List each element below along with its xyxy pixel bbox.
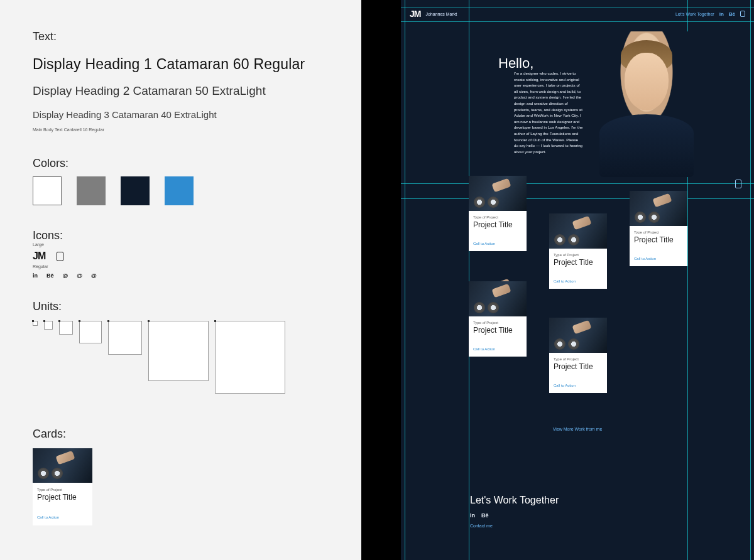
project-cta[interactable]: Call to Action bbox=[473, 242, 522, 245]
project-image bbox=[549, 318, 607, 353]
nav-behance-icon[interactable]: Bē bbox=[729, 11, 735, 17]
colors-section-label: Colors: bbox=[33, 157, 329, 170]
hero-bio: I'm a designer who codes. I strive to cr… bbox=[514, 70, 583, 155]
cards-section-label: Cards: bbox=[33, 428, 329, 441]
heading-2-spec: Display Heading 2 Catamaran 50 ExtraLigh… bbox=[33, 84, 329, 98]
project-card[interactable]: Type of Project Project Title Call to Ac… bbox=[469, 176, 527, 251]
project-title: Project Title bbox=[473, 326, 522, 335]
at-icon-1: @ bbox=[63, 272, 68, 279]
swatch-navy bbox=[121, 176, 150, 205]
card-sample-cta[interactable]: Call to Action bbox=[37, 515, 88, 519]
footer: Let's Work Together in Bē Contact me bbox=[470, 495, 559, 528]
project-cta[interactable]: Call to Action bbox=[554, 279, 603, 283]
card-sample-type: Type of Project bbox=[37, 488, 88, 492]
card-sample-image bbox=[33, 448, 92, 483]
project-title: Project Title bbox=[554, 362, 603, 371]
project-type: Type of Project bbox=[554, 357, 603, 361]
project-type: Type of Project bbox=[473, 321, 522, 325]
swatch-gray bbox=[77, 176, 106, 205]
unit-1 bbox=[33, 321, 38, 326]
project-cta[interactable]: Call to Action bbox=[473, 347, 522, 351]
guide-horizontal bbox=[401, 21, 754, 22]
unit-6 bbox=[148, 321, 209, 381]
at-icon-3: @ bbox=[91, 272, 97, 279]
icons-section-label: Icons: bbox=[33, 229, 329, 242]
units-row bbox=[33, 321, 329, 394]
color-swatches bbox=[33, 176, 329, 205]
icons-regular-label: Regular bbox=[33, 264, 329, 269]
project-card[interactable]: Type of Project Project Title Call to Ac… bbox=[549, 318, 607, 393]
footer-heading: Let's Work Together bbox=[470, 495, 559, 506]
project-cta[interactable]: Call to Action bbox=[634, 257, 683, 261]
linkedin-icon: in bbox=[33, 272, 38, 279]
card-sample-title: Project Title bbox=[37, 493, 88, 502]
styleguide-artboard: Text: Display Heading 1 Catamaran 60 Reg… bbox=[0, 0, 361, 560]
project-image bbox=[630, 191, 687, 226]
footer-behance-icon[interactable]: Bē bbox=[481, 512, 489, 519]
nav-device-icon[interactable] bbox=[740, 11, 745, 17]
project-card[interactable]: Type of Project Project Title Call to Ac… bbox=[549, 213, 607, 289]
nav-logo-icon[interactable]: JM bbox=[410, 9, 420, 19]
guide-vertical bbox=[750, 0, 751, 560]
project-title: Project Title bbox=[634, 235, 683, 244]
project-title: Project Title bbox=[554, 258, 603, 267]
project-type: Type of Project bbox=[473, 215, 522, 219]
unit-3 bbox=[59, 321, 73, 335]
heading-1-spec: Display Heading 1 Catamaran 60 Regular bbox=[33, 56, 329, 73]
jm-logo-icon: JM bbox=[33, 250, 45, 262]
footer-linkedin-icon[interactable]: in bbox=[470, 512, 475, 519]
nav-linkedin-icon[interactable]: in bbox=[719, 11, 724, 17]
swatch-white bbox=[33, 176, 62, 205]
project-card[interactable]: Type of Project Project Title Call to Ac… bbox=[630, 191, 687, 266]
heading-3-spec: Display Heading 3 Catamaran 40 ExtraLigh… bbox=[33, 109, 329, 120]
project-image bbox=[549, 213, 607, 249]
units-section-label: Units: bbox=[33, 300, 329, 313]
project-type: Type of Project bbox=[554, 253, 603, 257]
unit-7 bbox=[215, 321, 285, 394]
project-image bbox=[469, 176, 527, 211]
unit-4 bbox=[79, 321, 102, 343]
hero-portrait bbox=[593, 31, 700, 177]
project-type: Type of Project bbox=[634, 230, 683, 234]
top-nav: JM Johannes Markt Let's Work Together in… bbox=[410, 9, 745, 19]
footer-contact-link[interactable]: Contact me bbox=[470, 524, 559, 528]
icons-large-label: Large bbox=[33, 242, 329, 247]
card-sample: Type of Project Project Title Call to Ac… bbox=[33, 448, 92, 525]
unit-2 bbox=[44, 321, 53, 330]
text-section-label: Text: bbox=[33, 30, 329, 43]
projects-grid: Type of Project Project Title Call to Ac… bbox=[469, 176, 691, 434]
guide-vertical bbox=[405, 0, 405, 560]
nav-cta-link[interactable]: Let's Work Together bbox=[675, 12, 714, 16]
project-card[interactable]: Type of Project Project Title Call to Ac… bbox=[469, 281, 527, 357]
swatch-blue bbox=[165, 176, 194, 205]
artboard-gap bbox=[361, 0, 401, 560]
floating-device-icon[interactable] bbox=[735, 180, 741, 188]
body-text-spec: Main Body Text Cantarell 16 Regular bbox=[33, 127, 329, 132]
device-outline-icon bbox=[57, 252, 63, 261]
at-icon-2: @ bbox=[77, 272, 82, 279]
view-more-link[interactable]: View More Work from me bbox=[401, 427, 754, 431]
website-artboard: JM Johannes Markt Let's Work Together in… bbox=[401, 0, 754, 560]
project-title: Project Title bbox=[473, 220, 522, 229]
project-cta[interactable]: Call to Action bbox=[554, 384, 603, 387]
behance-icon: Bē bbox=[46, 272, 54, 279]
hero-hello: Hello, bbox=[498, 55, 533, 72]
guide-horizontal bbox=[401, 8, 754, 8]
project-image bbox=[469, 281, 527, 316]
nav-name: Johannes Markt bbox=[425, 12, 457, 16]
unit-5 bbox=[108, 321, 142, 355]
